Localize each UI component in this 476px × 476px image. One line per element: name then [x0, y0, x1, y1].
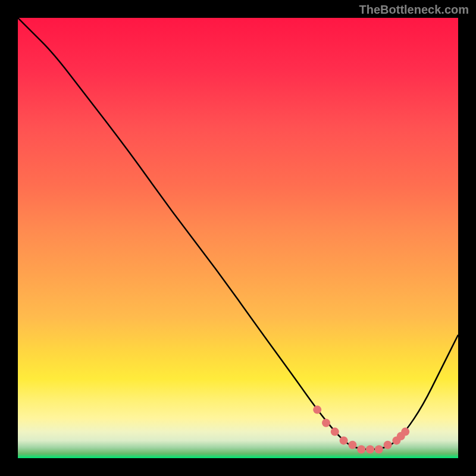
optimal-point-marker	[348, 441, 356, 449]
chart-plot-area	[18, 18, 458, 458]
optimal-point-marker	[357, 445, 365, 453]
optimal-point-marker	[401, 428, 409, 436]
optimal-point-marker	[313, 406, 321, 414]
optimal-point-marker	[340, 436, 348, 444]
bottleneck-curve	[18, 18, 458, 458]
optimal-point-marker	[366, 445, 374, 453]
optimal-point-marker	[322, 419, 330, 427]
watermark-text: TheBottleneck.com	[359, 3, 469, 17]
optimal-point-marker	[331, 428, 339, 436]
optimal-point-marker	[375, 445, 383, 453]
optimal-point-marker	[384, 441, 392, 449]
